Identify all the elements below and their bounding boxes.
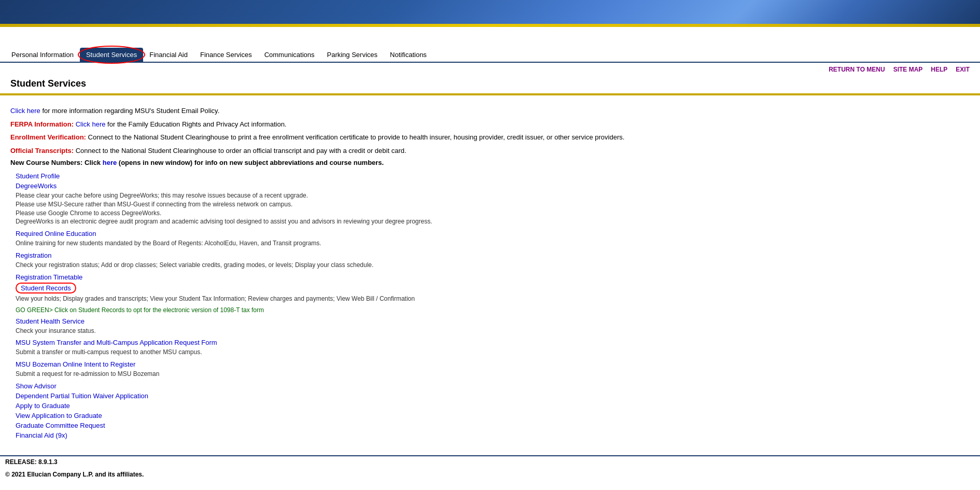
show-advisor-link[interactable]: Show Advisor (16, 382, 970, 390)
student-health-service-desc: Check your insurance status. (16, 327, 970, 335)
new-course-here-link[interactable]: here (103, 159, 117, 166)
nav-personal-information[interactable]: Personal Information (5, 48, 80, 62)
enrollment-label: Enrollment Verification: (10, 133, 86, 141)
footer-copyright: © 2021 Ellucian Company L.P. and its aff… (0, 468, 980, 481)
new-course-suffix-text: (opens in new window) for info on new su… (119, 159, 384, 166)
dependent-tuition-waiver-link[interactable]: Dependent Partial Tuition Waiver Applica… (16, 391, 970, 400)
list-item: Financial Aid (9x) (16, 431, 970, 440)
list-item: View Application to Graduate (16, 411, 970, 420)
enrollment-line: Enrollment Verification: Connect to the … (10, 132, 970, 143)
top-right-links: RETURN TO MENU SITE MAP HELP EXIT (0, 63, 980, 76)
view-application-to-graduate-link[interactable]: View Application to Graduate (16, 411, 970, 420)
nav-parking-services[interactable]: Parking Services (321, 48, 384, 62)
transcripts-text: Connect to the National Student Clearing… (76, 147, 407, 155)
msu-transfer-link[interactable]: MSU System Transfer and Multi-Campus App… (16, 338, 970, 347)
msu-bozeman-link[interactable]: MSU Bozeman Online Intent to Register (16, 360, 970, 369)
transcripts-line: Official Transcripts: Connect to the Nat… (10, 146, 970, 156)
student-records-link[interactable]: Student Records (16, 283, 76, 293)
transcripts-label: Official Transcripts: (10, 147, 74, 155)
exit-link[interactable]: EXIT (956, 66, 970, 73)
list-item: Show Advisor (16, 382, 970, 390)
page-title: Student Services (0, 76, 980, 93)
list-item: Student Profile (16, 172, 970, 180)
menu-list: Student Profile DegreeWorks Please clear… (10, 172, 970, 440)
nav-communications[interactable]: Communications (258, 48, 321, 62)
nav-financial-aid[interactable]: Financial Aid (143, 48, 194, 62)
registration-desc: Check your registration status; Add or d… (16, 261, 970, 270)
list-item: Registration Check your registration sta… (16, 251, 970, 270)
required-online-education-desc: Online training for new students mandate… (16, 239, 970, 248)
nav-finance-services[interactable]: Finance Services (194, 48, 258, 62)
list-item: Student Records View your holds; Display… (16, 283, 970, 314)
financial-aid-link[interactable]: Financial Aid (9x) (16, 431, 970, 440)
email-policy-suffix: for more information regarding MSU's Stu… (42, 107, 219, 115)
graduate-committee-request-link[interactable]: Graduate Committee Request (16, 421, 970, 430)
list-item: Graduate Committee Request (16, 421, 970, 430)
enrollment-desc: Connect to the National Student Clearing… (88, 133, 625, 141)
registration-timetable-link[interactable]: Registration Timetable (16, 273, 970, 282)
help-link[interactable]: HELP (931, 66, 947, 73)
nav-notifications[interactable]: Notifications (384, 48, 433, 62)
new-course-prefix: New Course Numbers: Click (10, 159, 103, 166)
new-course-line: New Course Numbers: Click here (opens in… (10, 159, 970, 166)
msu-bozeman-desc: Submit a request for re-admission to MSU… (16, 370, 970, 379)
degreeworks-link[interactable]: DegreeWorks (16, 181, 970, 190)
ferpa-suffix-text: for the Family Education Rights and Priv… (107, 120, 286, 128)
registration-link[interactable]: Registration (16, 251, 970, 260)
list-item: Dependent Partial Tuition Waiver Applica… (16, 391, 970, 400)
nav-bar: Personal Information Student Services Fi… (0, 48, 980, 63)
yellow-divider (0, 93, 980, 95)
student-profile-link[interactable]: Student Profile (16, 172, 970, 180)
required-online-education-link[interactable]: Required Online Education (16, 229, 970, 238)
click-here-email-link[interactable]: Click here (10, 107, 40, 115)
nav-student-services[interactable]: Student Services (80, 48, 143, 62)
site-map-link[interactable]: SITE MAP (893, 66, 923, 73)
header-banner (0, 0, 980, 27)
list-item: Registration Timetable (16, 273, 970, 282)
msu-transfer-desc: Submit a transfer or multi-campus reques… (16, 348, 970, 357)
ferpa-click-here-link[interactable]: Click here (76, 120, 106, 128)
list-item: DegreeWorks Please clear your cache befo… (16, 181, 970, 226)
list-item: MSU Bozeman Online Intent to Register Su… (16, 360, 970, 379)
student-records-desc: View your holds; Display grades and tran… (16, 295, 970, 303)
email-policy-line: Click here for more information regardin… (10, 106, 970, 116)
ferpa-line: FERPA Information: Click here for the Fa… (10, 119, 970, 130)
ferpa-label: FERPA Information: (10, 120, 74, 128)
degreeworks-desc: Please clear your cache before using Deg… (16, 191, 970, 226)
list-item: Student Health Service Check your insura… (16, 317, 970, 335)
student-records-green: GO GREEN> Click on Student Records to op… (16, 306, 970, 314)
footer-release: RELEASE: 8.9.1.3 (0, 455, 980, 468)
list-item: Required Online Education Online trainin… (16, 229, 970, 248)
student-health-service-link[interactable]: Student Health Service (16, 317, 970, 326)
list-item: Apply to Graduate (16, 401, 970, 410)
main-content: Click here for more information regardin… (0, 102, 980, 445)
apply-to-graduate-link[interactable]: Apply to Graduate (16, 401, 970, 410)
return-to-menu-link[interactable]: RETURN TO MENU (829, 66, 885, 73)
list-item: MSU System Transfer and Multi-Campus App… (16, 338, 970, 357)
